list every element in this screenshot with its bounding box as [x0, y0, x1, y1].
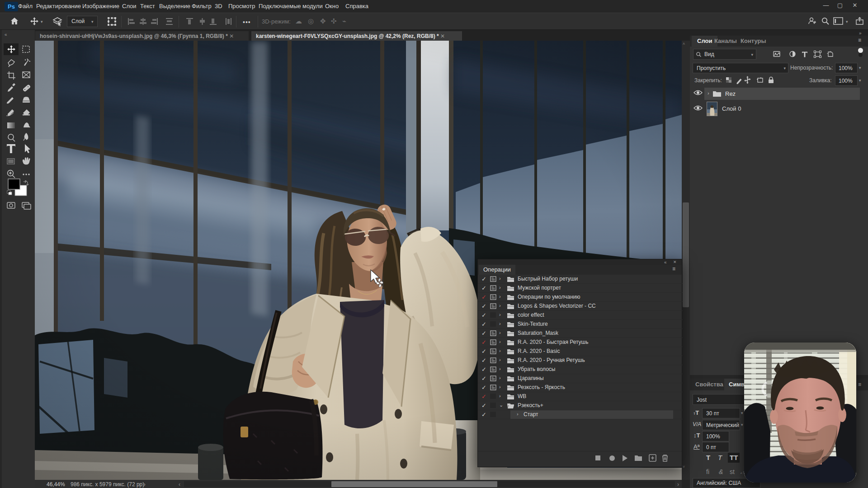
- svg-text:«: «: [5, 32, 7, 37]
